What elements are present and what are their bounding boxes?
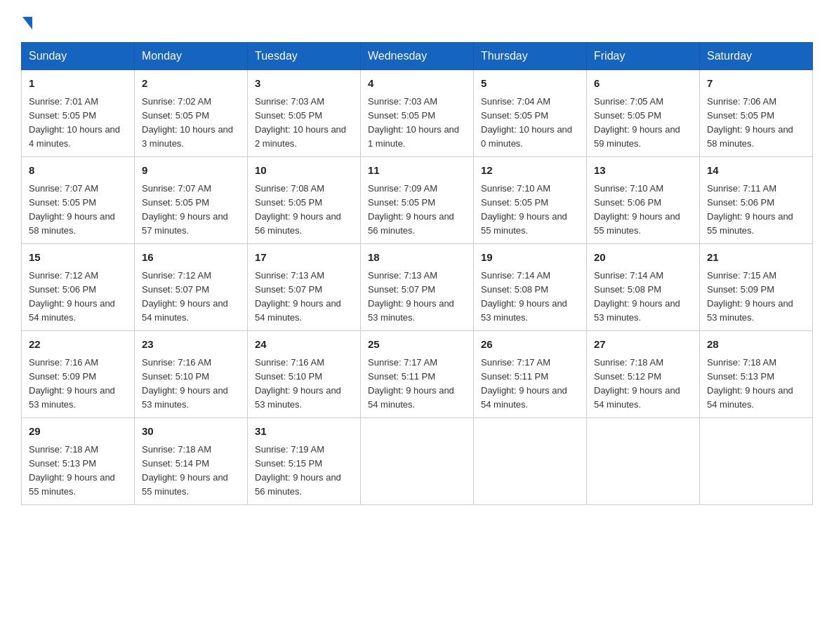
day-info: Sunrise: 7:14 AMSunset: 5:08 PMDaylight:… (481, 269, 579, 326)
calendar-cell: 22Sunrise: 7:16 AMSunset: 5:09 PMDayligh… (22, 331, 135, 418)
calendar-cell: 11Sunrise: 7:09 AMSunset: 5:05 PMDayligh… (361, 157, 474, 244)
calendar-cell (474, 418, 587, 505)
calendar-cell: 23Sunrise: 7:16 AMSunset: 5:10 PMDayligh… (135, 331, 248, 418)
calendar-cell: 9Sunrise: 7:07 AMSunset: 5:05 PMDaylight… (135, 157, 248, 244)
day-info: Sunrise: 7:07 AMSunset: 5:05 PMDaylight:… (29, 182, 127, 239)
day-number: 18 (368, 250, 466, 266)
day-number: 3 (255, 76, 353, 92)
day-info: Sunrise: 7:17 AMSunset: 5:11 PMDaylight:… (481, 356, 579, 412)
week-row-4: 22Sunrise: 7:16 AMSunset: 5:09 PMDayligh… (22, 331, 813, 418)
calendar-cell: 13Sunrise: 7:10 AMSunset: 5:06 PMDayligh… (587, 157, 700, 244)
day-info: Sunrise: 7:15 AMSunset: 5:09 PMDaylight:… (707, 269, 805, 326)
weekday-header-sunday: Sunday (22, 43, 135, 70)
calendar-table: SundayMondayTuesdayWednesdayThursdayFrid… (21, 42, 813, 505)
day-info: Sunrise: 7:19 AMSunset: 5:15 PMDaylight:… (255, 443, 353, 499)
day-info: Sunrise: 7:16 AMSunset: 5:10 PMDaylight:… (255, 356, 353, 412)
day-number: 9 (142, 163, 240, 179)
day-info: Sunrise: 7:18 AMSunset: 5:14 PMDaylight:… (142, 443, 240, 499)
calendar-cell: 26Sunrise: 7:17 AMSunset: 5:11 PMDayligh… (474, 331, 587, 418)
day-info: Sunrise: 7:16 AMSunset: 5:10 PMDaylight:… (142, 356, 240, 412)
weekday-header-monday: Monday (135, 43, 248, 70)
day-number: 14 (707, 163, 805, 179)
day-number: 25 (368, 337, 466, 353)
day-info: Sunrise: 7:18 AMSunset: 5:13 PMDaylight:… (707, 356, 805, 412)
weekday-header-thursday: Thursday (474, 43, 587, 70)
calendar-cell: 3Sunrise: 7:03 AMSunset: 5:05 PMDaylight… (248, 70, 361, 157)
calendar-cell: 24Sunrise: 7:16 AMSunset: 5:10 PMDayligh… (248, 331, 361, 418)
calendar-cell (700, 418, 813, 505)
weekday-header-row: SundayMondayTuesdayWednesdayThursdayFrid… (22, 43, 813, 70)
day-info: Sunrise: 7:12 AMSunset: 5:07 PMDaylight:… (142, 269, 240, 326)
calendar-cell: 4Sunrise: 7:03 AMSunset: 5:05 PMDaylight… (361, 70, 474, 157)
day-number: 16 (142, 250, 240, 266)
day-info: Sunrise: 7:10 AMSunset: 5:06 PMDaylight:… (594, 182, 692, 239)
day-info: Sunrise: 7:05 AMSunset: 5:05 PMDaylight:… (594, 95, 692, 152)
day-info: Sunrise: 7:18 AMSunset: 5:13 PMDaylight:… (29, 443, 127, 499)
calendar-cell: 7Sunrise: 7:06 AMSunset: 5:05 PMDaylight… (700, 70, 813, 157)
day-number: 28 (707, 337, 805, 353)
day-number: 27 (594, 337, 692, 353)
day-number: 30 (142, 424, 240, 440)
day-info: Sunrise: 7:17 AMSunset: 5:11 PMDaylight:… (368, 356, 466, 412)
day-number: 8 (29, 163, 127, 179)
day-info: Sunrise: 7:03 AMSunset: 5:05 PMDaylight:… (255, 95, 353, 152)
day-info: Sunrise: 7:01 AMSunset: 5:05 PMDaylight:… (29, 95, 127, 152)
calendar-cell: 15Sunrise: 7:12 AMSunset: 5:06 PMDayligh… (22, 244, 135, 331)
day-info: Sunrise: 7:12 AMSunset: 5:06 PMDaylight:… (29, 269, 127, 326)
calendar-cell: 29Sunrise: 7:18 AMSunset: 5:13 PMDayligh… (22, 418, 135, 505)
day-info: Sunrise: 7:06 AMSunset: 5:05 PMDaylight:… (707, 95, 805, 152)
day-info: Sunrise: 7:08 AMSunset: 5:05 PMDaylight:… (255, 182, 353, 239)
header (21, 14, 813, 29)
weekday-header-friday: Friday (587, 43, 700, 70)
day-info: Sunrise: 7:11 AMSunset: 5:06 PMDaylight:… (707, 182, 805, 239)
calendar-cell: 20Sunrise: 7:14 AMSunset: 5:08 PMDayligh… (587, 244, 700, 331)
day-number: 5 (481, 76, 579, 92)
day-number: 7 (707, 76, 805, 92)
day-number: 22 (29, 337, 127, 353)
day-number: 1 (29, 76, 127, 92)
calendar-cell: 19Sunrise: 7:14 AMSunset: 5:08 PMDayligh… (474, 244, 587, 331)
day-number: 26 (481, 337, 579, 353)
day-info: Sunrise: 7:14 AMSunset: 5:08 PMDaylight:… (594, 269, 692, 326)
week-row-2: 8Sunrise: 7:07 AMSunset: 5:05 PMDaylight… (22, 157, 813, 244)
day-number: 23 (142, 337, 240, 353)
calendar-cell: 1Sunrise: 7:01 AMSunset: 5:05 PMDaylight… (22, 70, 135, 157)
calendar-cell: 21Sunrise: 7:15 AMSunset: 5:09 PMDayligh… (700, 244, 813, 331)
day-info: Sunrise: 7:03 AMSunset: 5:05 PMDaylight:… (368, 95, 466, 152)
calendar-cell: 25Sunrise: 7:17 AMSunset: 5:11 PMDayligh… (361, 331, 474, 418)
day-info: Sunrise: 7:07 AMSunset: 5:05 PMDaylight:… (142, 182, 240, 239)
day-number: 11 (368, 163, 466, 179)
calendar-cell: 30Sunrise: 7:18 AMSunset: 5:14 PMDayligh… (135, 418, 248, 505)
weekday-header-tuesday: Tuesday (248, 43, 361, 70)
day-number: 24 (255, 337, 353, 353)
calendar-cell (361, 418, 474, 505)
day-number: 19 (481, 250, 579, 266)
calendar-cell: 14Sunrise: 7:11 AMSunset: 5:06 PMDayligh… (700, 157, 813, 244)
day-number: 6 (594, 76, 692, 92)
day-number: 2 (142, 76, 240, 92)
day-number: 17 (255, 250, 353, 266)
calendar-cell: 16Sunrise: 7:12 AMSunset: 5:07 PMDayligh… (135, 244, 248, 331)
calendar-cell (587, 418, 700, 505)
logo-arrow-icon (22, 17, 32, 29)
weekday-header-wednesday: Wednesday (361, 43, 474, 70)
day-number: 10 (255, 163, 353, 179)
calendar-cell: 6Sunrise: 7:05 AMSunset: 5:05 PMDaylight… (587, 70, 700, 157)
calendar-cell: 5Sunrise: 7:04 AMSunset: 5:05 PMDaylight… (474, 70, 587, 157)
calendar-cell: 2Sunrise: 7:02 AMSunset: 5:05 PMDaylight… (135, 70, 248, 157)
week-row-1: 1Sunrise: 7:01 AMSunset: 5:05 PMDaylight… (22, 70, 813, 157)
calendar-cell: 10Sunrise: 7:08 AMSunset: 5:05 PMDayligh… (248, 157, 361, 244)
logo (21, 17, 32, 29)
day-info: Sunrise: 7:13 AMSunset: 5:07 PMDaylight:… (255, 269, 353, 326)
day-number: 13 (594, 163, 692, 179)
calendar-cell: 12Sunrise: 7:10 AMSunset: 5:05 PMDayligh… (474, 157, 587, 244)
day-info: Sunrise: 7:02 AMSunset: 5:05 PMDaylight:… (142, 95, 240, 152)
calendar-cell: 28Sunrise: 7:18 AMSunset: 5:13 PMDayligh… (700, 331, 813, 418)
weekday-header-saturday: Saturday (700, 43, 813, 70)
day-number: 29 (29, 424, 127, 440)
day-info: Sunrise: 7:18 AMSunset: 5:12 PMDaylight:… (594, 356, 692, 412)
week-row-5: 29Sunrise: 7:18 AMSunset: 5:13 PMDayligh… (22, 418, 813, 505)
day-info: Sunrise: 7:16 AMSunset: 5:09 PMDaylight:… (29, 356, 127, 412)
day-number: 20 (594, 250, 692, 266)
day-info: Sunrise: 7:10 AMSunset: 5:05 PMDaylight:… (481, 182, 579, 239)
